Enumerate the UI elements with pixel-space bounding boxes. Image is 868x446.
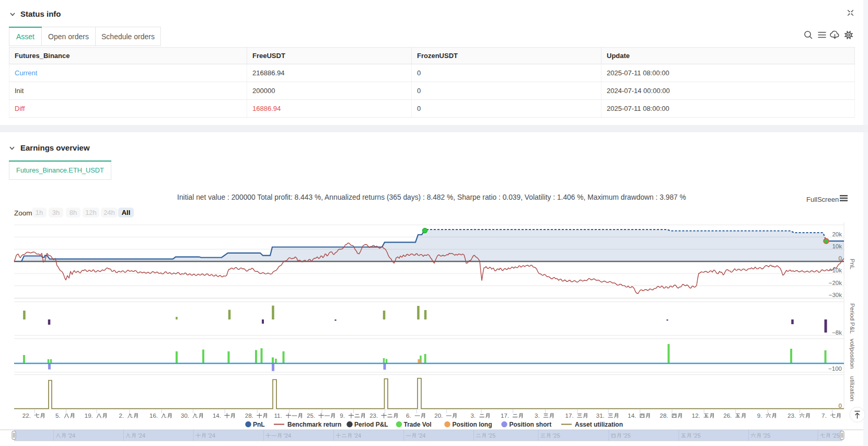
svg-text:22.: 22. [22,413,31,419]
svg-text:16.: 16. [149,413,158,419]
svg-text:7.: 7. [821,413,827,419]
svg-text:11.: 11. [274,413,282,419]
svg-text:'25: '25 [832,432,840,439]
svg-text:9.: 9. [340,413,345,419]
svg-text:'24: '24 [418,432,425,439]
svg-text:−20k: −20k [829,280,842,286]
svg-text:30.: 30. [181,413,189,419]
svg-text:31.: 31. [596,413,605,419]
svg-text:utilization: utilization [849,376,855,402]
svg-text:PnL: PnL [253,421,265,428]
svg-text:3.: 3. [535,413,540,419]
svg-text:12.: 12. [692,413,700,419]
svg-text:0: 0 [839,255,842,261]
svg-text:17.: 17. [501,413,509,419]
svg-text:'25: '25 [763,432,770,439]
svg-text:23.: 23. [788,413,796,419]
svg-text:3.: 3. [471,413,476,419]
svg-text:25.: 25. [307,413,315,419]
svg-text:6.: 6. [406,413,411,419]
svg-text:Asset utilization: Asset utilization [575,421,623,428]
svg-text:Position short: Position short [510,421,552,428]
svg-text:2.: 2. [119,413,124,419]
svg-text:Benchmark return: Benchmark return [287,421,341,428]
svg-text:'24: '24 [354,432,361,439]
svg-text:17.: 17. [565,413,574,419]
svg-text:Period P&L: Period P&L [849,303,855,334]
svg-text:Period P&L: Period P&L [354,421,388,428]
svg-text:26.: 26. [723,413,732,419]
svg-text:'24: '24 [208,432,215,439]
svg-text:−8k: −8k [832,329,842,336]
svg-text:28.: 28. [660,413,668,419]
svg-text:Trade Vol: Trade Vol [404,421,432,428]
svg-text:'24: '24 [138,432,145,439]
svg-text:vol/position: vol/position [849,339,855,369]
svg-text:10k: 10k [832,243,842,249]
svg-text:−100: −100 [828,365,842,372]
svg-text:23.: 23. [369,413,378,419]
svg-text:−10k: −10k [829,267,842,273]
svg-text:'24: '24 [284,432,291,439]
svg-text:20.: 20. [434,413,443,419]
svg-text:'24: '24 [68,432,75,439]
svg-text:9.: 9. [757,413,762,419]
svg-text:5.: 5. [55,413,61,419]
svg-text:PnL: PnL [849,259,855,270]
svg-text:0: 0 [839,403,842,409]
svg-text:'25: '25 [623,432,631,439]
svg-text:14.: 14. [213,413,221,419]
svg-text:'25: '25 [693,432,701,439]
svg-text:28.: 28. [245,413,253,419]
svg-text:−30k: −30k [829,292,842,298]
svg-text:'25: '25 [488,432,495,439]
svg-text:20k: 20k [832,231,842,237]
svg-text:14.: 14. [628,413,636,419]
svg-text:Position long: Position long [453,421,492,428]
svg-text:19.: 19. [85,413,93,419]
svg-text:'25: '25 [553,432,560,439]
